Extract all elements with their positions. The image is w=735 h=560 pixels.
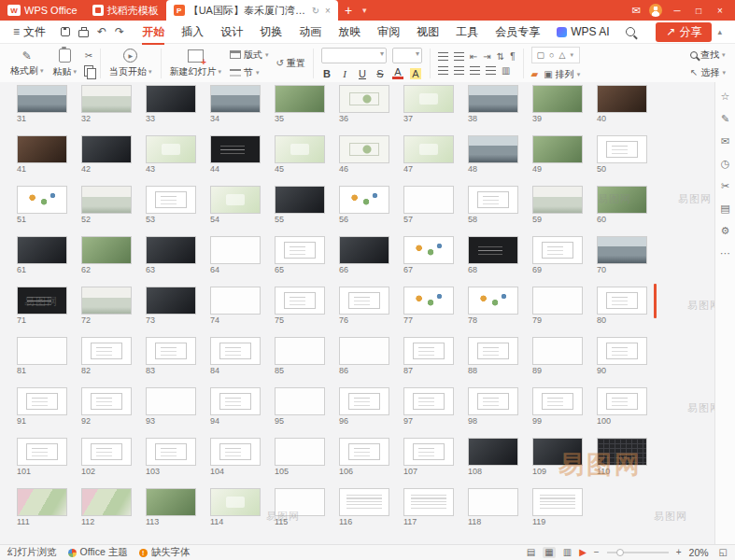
slide-thumbnail-54[interactable]: 54 [210, 186, 261, 224]
italic-button[interactable]: I [339, 68, 350, 79]
bullets-icon[interactable] [438, 52, 448, 61]
slide-thumbnail-67[interactable]: 67 [403, 236, 454, 274]
slide-thumbnail-113[interactable]: 113 [146, 488, 196, 526]
document-tab[interactable]: P 【UA国际】泰禾厦门湾北大坪... ↻ × [166, 0, 338, 21]
slide-thumbnail-93[interactable]: 93 [146, 387, 196, 426]
panel-icon[interactable]: ▤ [720, 203, 729, 214]
scissors-icon[interactable]: ✂ [721, 181, 729, 191]
normal-view-button[interactable]: ▤ [527, 548, 535, 557]
underline-button[interactable]: U [357, 68, 368, 79]
message-icon[interactable]: ✉ [632, 5, 641, 17]
font-family-select[interactable] [321, 48, 387, 63]
tab-review[interactable]: 审阅 [369, 21, 408, 43]
more-icon[interactable]: ⋯ [720, 248, 730, 259]
slide-thumbnail-75[interactable]: 75 [275, 287, 325, 325]
slide-thumbnail-44[interactable]: 44 [210, 135, 261, 174]
slide-thumbnail-110[interactable]: 110 [597, 438, 647, 476]
slide-thumbnail-119[interactable]: 119 [532, 488, 583, 526]
slide-thumbnail-31[interactable]: 31 [17, 85, 67, 123]
slide-thumbnail-70[interactable]: 70 [597, 236, 647, 274]
slide-thumbnail-89[interactable]: 89 [532, 337, 583, 375]
slide-thumbnail-111[interactable]: 111 [17, 488, 67, 526]
user-avatar[interactable] [649, 4, 662, 17]
slide-thumbnail-58[interactable]: 58 [468, 186, 518, 224]
tab-list-chevron-icon[interactable]: ▾ [359, 0, 371, 21]
tab-transition[interactable]: 切换 [251, 21, 290, 43]
slide-thumbnail-56[interactable]: 56 [339, 186, 389, 224]
paste-button[interactable]: 粘贴▾ [49, 49, 82, 78]
slide-thumbnail-77[interactable]: 77 [403, 287, 454, 325]
docer-template-tab[interactable]: 找稻壳模板 [85, 0, 166, 21]
increase-indent-icon[interactable]: ⇥ [483, 52, 490, 62]
paragraph-mark-icon[interactable]: ¶ [510, 52, 515, 62]
tab-slideshow[interactable]: 放映 [330, 21, 369, 43]
section-button[interactable]: 节▾ [230, 66, 269, 79]
layout-button[interactable]: 版式▾ [230, 49, 269, 62]
slide-sorter-canvas[interactable]: 3132333435363738394041424344454647484950… [0, 82, 714, 544]
slide-sorter-view-button[interactable]: ▦ [543, 547, 555, 558]
select-button[interactable]: ↖ 选择▾ [690, 66, 726, 79]
fit-screen-button[interactable]: ◱ [719, 548, 728, 557]
highlight-button[interactable]: A [410, 68, 421, 79]
slide-thumbnail-83[interactable]: 83 [146, 337, 196, 375]
slide-thumbnail-102[interactable]: 102 [81, 438, 132, 476]
decrease-indent-icon[interactable]: ⇤ [470, 52, 477, 62]
star-icon[interactable]: ☆ [721, 91, 730, 102]
theme-button[interactable]: Office 主题 [68, 546, 128, 559]
slide-thumbnail-116[interactable]: 116 [339, 488, 389, 526]
columns-icon[interactable]: ▥ [502, 66, 510, 76]
shapes-gallery[interactable]: ▢ ○ △ ▾ [531, 47, 581, 63]
mail-icon[interactable]: ✉ [721, 136, 729, 147]
slide-thumbnail-33[interactable]: 33 [146, 85, 196, 123]
slide-thumbnail-48[interactable]: 48 [468, 135, 518, 174]
slide-thumbnail-100[interactable]: 100 [597, 387, 647, 426]
slide-thumbnail-59[interactable]: 59 [532, 186, 583, 224]
slide-thumbnail-78[interactable]: 78 [468, 287, 518, 325]
print-icon[interactable] [78, 30, 89, 37]
save-icon[interactable] [61, 27, 70, 36]
close-button[interactable]: × [714, 6, 727, 16]
slide-thumbnail-65[interactable]: 65 [275, 236, 325, 274]
slideshow-play-button[interactable]: ▶ [579, 548, 587, 557]
font-size-select[interactable] [392, 48, 422, 63]
slide-thumbnail-81[interactable]: 81 [17, 337, 67, 375]
tab-close-icon[interactable]: × [325, 6, 331, 16]
slide-thumbnail-88[interactable]: 88 [468, 337, 518, 375]
slide-thumbnail-91[interactable]: 91 [17, 387, 67, 426]
missing-font-warning[interactable]: ! 缺失字体 [139, 546, 191, 559]
zoom-in-button[interactable]: + [676, 548, 682, 557]
zoom-slider-knob[interactable] [616, 549, 624, 556]
slide-thumbnail-94[interactable]: 94 [210, 387, 261, 426]
slide-thumbnail-32[interactable]: 32 [81, 85, 132, 123]
tab-animation[interactable]: 动画 [290, 21, 330, 43]
slide-thumbnail-64[interactable]: 64 [210, 236, 261, 274]
slide-thumbnail-39[interactable]: 39 [532, 85, 583, 123]
slide-thumbnail-79[interactable]: 79 [532, 287, 583, 325]
slide-thumbnail-50[interactable]: 50 [597, 135, 647, 174]
undo-icon[interactable]: ↶ [97, 26, 106, 37]
arrange-button[interactable]: ▣ 排列▾ [544, 68, 580, 81]
slide-thumbnail-55[interactable]: 55 [275, 186, 325, 224]
collapse-ribbon-icon[interactable]: ▴ [712, 27, 728, 36]
slide-thumbnail-73[interactable]: 73 [146, 287, 196, 325]
slide-thumbnail-42[interactable]: 42 [81, 135, 132, 174]
slide-thumbnail-36[interactable]: 36 [339, 85, 389, 123]
slide-thumbnail-72[interactable]: 72 [81, 287, 132, 325]
slide-thumbnail-41[interactable]: 41 [17, 135, 67, 174]
new-tab-button[interactable]: + [338, 0, 359, 21]
align-right-icon[interactable] [470, 66, 480, 75]
strikethrough-button[interactable]: S [375, 68, 386, 79]
tab-tools[interactable]: 工具 [447, 21, 487, 43]
reading-view-button[interactable]: ▥ [563, 548, 572, 557]
slide-thumbnail-47[interactable]: 47 [403, 135, 454, 174]
slide-thumbnail-68[interactable]: 68 [468, 236, 518, 274]
format-painter-button[interactable]: ✎ 格式刷▾ [6, 50, 49, 77]
slide-thumbnail-82[interactable]: 82 [81, 337, 132, 375]
numbering-icon[interactable] [454, 52, 464, 61]
slide-thumbnail-71[interactable]: 71 [17, 287, 67, 325]
slide-thumbnail-98[interactable]: 98 [468, 387, 518, 426]
slide-thumbnail-49[interactable]: 49 [532, 135, 583, 174]
slide-thumbnail-66[interactable]: 66 [339, 236, 389, 274]
maximize-button[interactable]: □ [692, 6, 705, 16]
slide-thumbnail-104[interactable]: 104 [210, 438, 261, 476]
